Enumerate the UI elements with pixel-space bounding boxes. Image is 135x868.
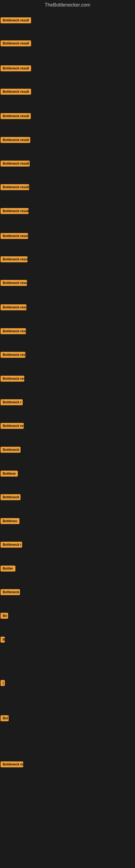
bottleneck-item: Bottleneck result xyxy=(1,304,27,311)
bottleneck-badge: Bottleneck result xyxy=(1,304,27,310)
bottleneck-item: B xyxy=(1,637,5,644)
bottleneck-badge: Bottleneck result xyxy=(1,40,31,46)
bottleneck-item: Bottleneck xyxy=(1,589,20,596)
bottleneck-badge: Bottleneck result xyxy=(1,161,30,166)
bottleneck-badge: Bottleneck result xyxy=(1,18,31,23)
bottleneck-item: Bottleneck result xyxy=(1,208,29,215)
bottleneck-badge: Bottleneck result xyxy=(1,65,31,71)
bottleneck-item: Bottleneck r xyxy=(1,399,23,406)
bottleneck-badge: Bottlenec xyxy=(1,518,19,524)
bottleneck-badge: Bottlene xyxy=(1,471,18,476)
bottleneck-badge: Bottleneck result xyxy=(1,376,24,382)
bottleneck-badge: Bottleneck xyxy=(1,589,20,595)
bottleneck-item: Bottleneck result xyxy=(1,161,30,167)
bottleneck-item: | xyxy=(1,680,5,687)
bottleneck-badge: Bottleneck result xyxy=(1,89,31,95)
bottleneck-item: Bottleneck result xyxy=(1,137,30,144)
bottleneck-item: Bottleneck xyxy=(1,447,20,454)
bottleneck-badge: Bottleneck result xyxy=(1,137,30,143)
bottleneck-item: Bottleneck result xyxy=(1,233,28,240)
bottleneck-badge: Bottleneck r xyxy=(1,399,23,405)
bottleneck-item: Bottlene xyxy=(1,471,18,478)
bottleneck-badge: Bottleneck result xyxy=(1,208,29,214)
bottleneck-badge: B xyxy=(1,637,5,643)
bottleneck-item: Bottleneck result xyxy=(1,280,27,287)
bottleneck-badge: Bo xyxy=(1,613,8,619)
bottleneck-badge: Bottleneck xyxy=(1,494,20,500)
bottleneck-badge: Bottleneck result xyxy=(1,328,26,334)
bottleneck-badge: Bottler xyxy=(1,565,15,571)
bottleneck-item: Bottleneck result xyxy=(1,65,31,72)
bottleneck-item: Bottleneck result xyxy=(1,256,28,264)
site-title: TheBottlenecker.com xyxy=(0,0,135,10)
bottleneck-badge: Bot xyxy=(1,715,9,721)
bottleneck-badge: Bottleneck result xyxy=(1,256,28,262)
bottleneck-item: Bottleneck result xyxy=(1,40,31,48)
bottleneck-badge: Bottleneck result xyxy=(1,352,26,358)
bottleneck-item: Bottleneck result xyxy=(1,328,26,335)
bottleneck-item: Bottleneck xyxy=(1,494,20,501)
bottleneck-item: Bot xyxy=(1,715,9,722)
bottleneck-item: Bottleneck result xyxy=(1,376,24,383)
bottleneck-badge: Bottleneck xyxy=(1,447,20,453)
bottleneck-badge: Bottleneck result xyxy=(1,280,27,286)
bottleneck-item: Bottleneck resu xyxy=(1,423,24,430)
bottleneck-badge: Bottleneck r xyxy=(1,542,22,548)
bottleneck-item: Bottleneck result xyxy=(1,184,29,191)
bottleneck-badge: Bottleneck result xyxy=(1,233,28,239)
bottleneck-badge: Bottleneck re xyxy=(1,762,23,767)
bottleneck-badge: | xyxy=(1,680,5,686)
bottleneck-item: Bottleneck result xyxy=(1,352,26,359)
bottleneck-item: Bottleneck result xyxy=(1,113,31,120)
bottleneck-item: Bottler xyxy=(1,565,15,572)
bottleneck-item: Bo xyxy=(1,613,8,620)
bottleneck-item: Bottleneck r xyxy=(1,542,22,549)
bottleneck-item: Bottleneck result xyxy=(1,18,31,24)
bottleneck-badge: Bottleneck resu xyxy=(1,423,24,429)
bottleneck-item: Bottlenec xyxy=(1,518,19,525)
bottleneck-item: Bottleneck re xyxy=(1,762,23,769)
bottleneck-badge: Bottleneck result xyxy=(1,113,31,119)
bottleneck-item: Bottleneck result xyxy=(1,89,31,96)
bottleneck-badge: Bottleneck result xyxy=(1,184,29,190)
